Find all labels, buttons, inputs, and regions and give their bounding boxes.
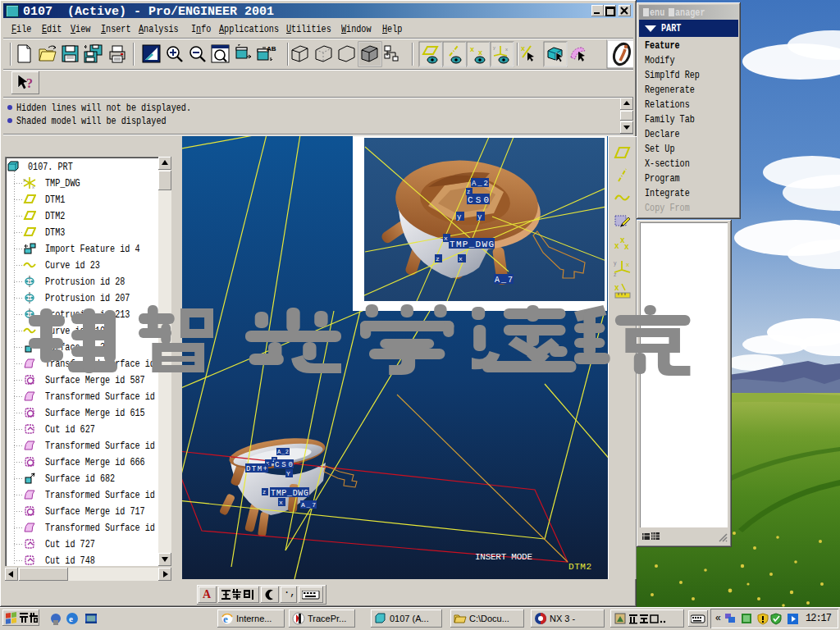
svg-text:e: e [69,614,73,623]
